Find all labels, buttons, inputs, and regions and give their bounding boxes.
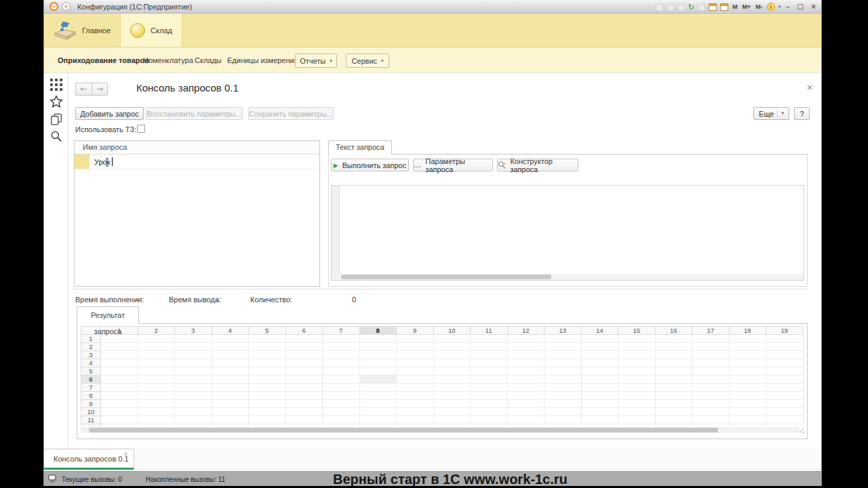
grid-cell[interactable] — [618, 351, 656, 359]
grid-cell[interactable] — [618, 359, 656, 367]
grid-cell[interactable] — [581, 351, 618, 359]
more-button[interactable]: Еще ▾ — [753, 107, 789, 120]
grid-cell[interactable] — [397, 424, 434, 427]
grid-cell[interactable] — [249, 424, 286, 427]
grid-cell[interactable] — [397, 335, 434, 343]
grid-cell[interactable] — [433, 343, 471, 351]
grid-cell[interactable] — [729, 367, 766, 375]
grid-cell[interactable] — [766, 375, 804, 384]
grid-cell[interactable] — [249, 384, 286, 392]
grid-cell[interactable] — [507, 343, 545, 351]
grid-cell[interactable] — [618, 392, 656, 400]
column-header[interactable]: 15 — [618, 327, 656, 335]
grid-cell[interactable] — [692, 416, 730, 424]
grid-cell[interactable] — [655, 416, 692, 424]
grid-cell[interactable] — [101, 351, 138, 359]
grid-cell[interactable] — [323, 351, 360, 359]
column-header[interactable]: 13 — [545, 327, 582, 335]
grid-cell[interactable] — [545, 392, 582, 400]
grid-cell[interactable] — [138, 367, 175, 375]
tab-query-result[interactable]: Результат запроса — [77, 306, 139, 324]
grid-cell[interactable] — [433, 416, 471, 424]
pane-splitter[interactable] — [74, 289, 808, 289]
grid-cell[interactable] — [766, 367, 804, 375]
grid-cell[interactable] — [507, 408, 545, 416]
grid-cell[interactable] — [507, 416, 545, 424]
query-params-button[interactable]: ... Параметры запроса — [413, 159, 493, 171]
form-close-icon[interactable]: × — [806, 83, 813, 92]
calculator-icon[interactable] — [720, 3, 728, 11]
minimize-button[interactable]: – — [784, 1, 791, 13]
grid-cell[interactable] — [359, 424, 397, 427]
grid-cell[interactable] — [138, 384, 175, 392]
menu-item-nomenklatura[interactable]: Номенклатура — [143, 56, 193, 64]
grid-cell[interactable] — [175, 416, 212, 424]
grid-cell[interactable] — [471, 392, 508, 400]
grid-cell[interactable] — [766, 384, 804, 392]
grid-cell[interactable] — [766, 416, 804, 424]
row-header[interactable]: 2 — [81, 343, 101, 351]
grid-cell[interactable] — [729, 359, 766, 367]
grid-cell[interactable] — [692, 408, 730, 416]
grid-cell[interactable] — [285, 408, 323, 416]
grid-cell[interactable] — [581, 384, 618, 392]
grid-cell[interactable] — [655, 335, 692, 343]
grid-cell[interactable] — [323, 424, 360, 427]
grid-cell[interactable] — [359, 351, 397, 359]
grid-cell[interactable] — [101, 343, 138, 351]
grid-cell[interactable] — [618, 408, 656, 416]
grid-cell[interactable] — [545, 408, 582, 416]
grid-cell[interactable] — [581, 392, 618, 400]
calendar-icon[interactable] — [709, 3, 717, 11]
grid-cell[interactable] — [507, 335, 545, 343]
search-icon[interactable] — [50, 130, 62, 142]
grid-cell[interactable] — [471, 335, 508, 343]
grid-cell[interactable] — [397, 351, 434, 359]
grid-cell[interactable] — [249, 351, 286, 359]
grid-cell[interactable] — [359, 359, 397, 367]
grid-cell[interactable] — [655, 424, 692, 427]
grid-cell[interactable] — [249, 359, 286, 367]
grid-cell[interactable] — [285, 384, 323, 392]
grid-cell[interactable] — [766, 359, 804, 367]
grid-cell[interactable] — [397, 343, 434, 351]
row-header[interactable]: 9 — [81, 400, 101, 408]
column-header[interactable]: 17 — [692, 327, 730, 335]
grid-cell[interactable] — [285, 359, 323, 367]
reports-menu-button[interactable]: Отчеты ▾ — [295, 54, 337, 68]
grid-cell[interactable] — [397, 416, 434, 424]
grid-cell[interactable] — [581, 367, 618, 375]
result-hscrollbar[interactable] — [81, 427, 799, 433]
grid-cell[interactable] — [433, 335, 471, 343]
grid-cell[interactable] — [545, 400, 582, 408]
grid-cell[interactable] — [692, 375, 730, 384]
grid-cell[interactable] — [433, 392, 471, 400]
grid-cell[interactable] — [729, 384, 766, 392]
help-button[interactable]: ? — [794, 107, 810, 120]
grid-cell[interactable] — [397, 384, 434, 392]
grid-cell[interactable] — [581, 359, 618, 367]
column-header[interactable]: 9 — [397, 327, 434, 335]
row-header[interactable]: 5 — [81, 367, 101, 375]
save-params-button[interactable]: Сохранить параметры... — [248, 107, 334, 120]
grid-cell[interactable] — [618, 335, 656, 343]
grid-cell[interactable] — [212, 335, 249, 343]
grid-cell[interactable] — [175, 424, 212, 427]
grid-cell[interactable] — [618, 375, 656, 384]
grid-cell[interactable] — [212, 367, 249, 375]
grid-cell[interactable] — [471, 400, 508, 408]
grid-cell[interactable] — [175, 408, 212, 416]
grid-cell[interactable] — [692, 400, 730, 408]
menu-item-edinicy[interactable]: Единицы измерения — [227, 56, 298, 64]
grid-cell[interactable] — [655, 367, 692, 375]
grid-cell[interactable] — [545, 416, 582, 424]
grid-cell[interactable] — [507, 400, 545, 408]
grid-cell[interactable] — [138, 343, 175, 351]
favorites-star-icon[interactable] — [50, 96, 62, 108]
grid-cell[interactable] — [692, 335, 730, 343]
grid-cell[interactable] — [581, 424, 618, 427]
grid-cell[interactable] — [138, 400, 175, 408]
grid-cell[interactable] — [212, 392, 249, 400]
column-header[interactable]: 2 — [138, 327, 175, 335]
tab-query-console[interactable]: Консоль запросов 0.1 × — [44, 449, 134, 470]
